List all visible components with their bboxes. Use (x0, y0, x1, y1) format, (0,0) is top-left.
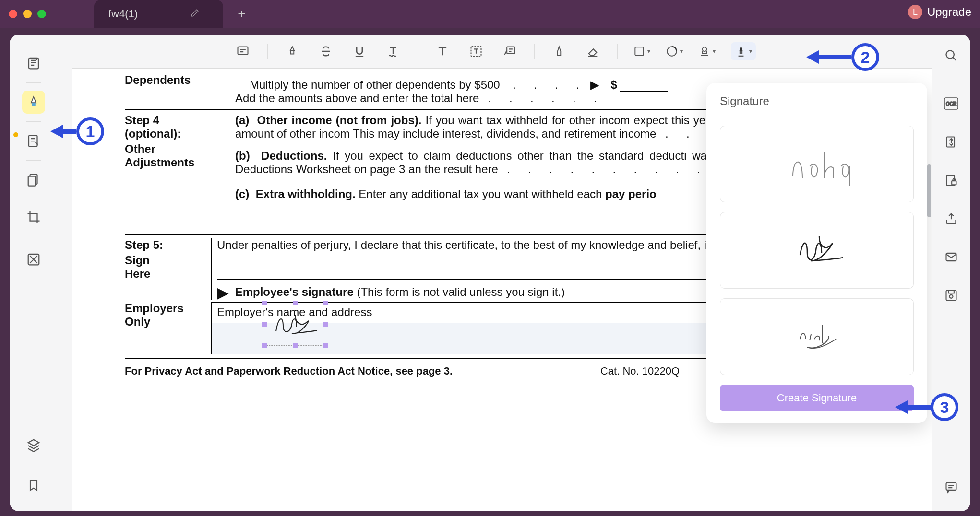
doc-text: Under penalties of perjury, I declare th… (217, 238, 712, 251)
separator (617, 44, 618, 59)
layers-button[interactable] (22, 434, 45, 457)
resize-handle[interactable] (323, 301, 328, 305)
doc-text: (a) (235, 114, 249, 127)
bookmark-button[interactable] (22, 474, 45, 497)
crop-mode-button[interactable] (22, 206, 45, 229)
stamp-tool-button[interactable]: ▾ (698, 45, 716, 58)
minimize-window-icon[interactable] (23, 10, 32, 18)
underline-tool-button[interactable] (350, 42, 369, 60)
create-signature-button[interactable]: Create Signature (720, 385, 914, 411)
chevron-down-icon: ▾ (647, 48, 650, 55)
resize-handle[interactable] (323, 322, 328, 327)
resize-handle[interactable] (293, 343, 298, 348)
doc-text: . . . . ▶ (513, 78, 602, 91)
svg-rect-9 (635, 47, 643, 55)
doc-text: Add the amounts above and enter the tota… (235, 92, 479, 105)
svg-rect-21 (948, 291, 954, 293)
resize-handle[interactable] (262, 322, 267, 327)
separator (26, 121, 41, 122)
titlebar: fw4(1) + L Upgrade (0, 0, 980, 28)
maximize-window-icon[interactable] (37, 10, 46, 18)
chevron-down-icon: ▾ (749, 48, 752, 55)
textbox-tool-button[interactable] (467, 42, 485, 60)
doc-text: Other income (not from jobs). (257, 114, 421, 127)
redact-mode-button[interactable] (22, 248, 45, 271)
signature-item[interactable] (720, 298, 914, 375)
new-tab-button[interactable]: + (238, 6, 245, 22)
pen-tool-button[interactable] (550, 42, 568, 60)
doc-text: Multiply the number of other dependents … (250, 78, 500, 91)
chevron-down-icon: ▾ (680, 48, 683, 55)
svg-rect-1 (32, 103, 36, 106)
doc-text: (b) (235, 149, 250, 162)
window-controls (9, 10, 46, 18)
svg-point-11 (703, 47, 707, 51)
resize-handle[interactable] (323, 343, 328, 348)
separator (26, 160, 41, 161)
upgrade-button[interactable]: Upgrade (927, 5, 971, 19)
doc-text: (This form is not valid unless you sign … (357, 285, 565, 298)
doc-text: Deductions. (261, 149, 327, 162)
annotate-mode-button[interactable] (22, 91, 45, 114)
close-window-icon[interactable] (9, 10, 17, 18)
signature-item[interactable] (720, 212, 914, 289)
svg-text:OCR: OCR (946, 101, 957, 106)
tab-document[interactable]: fw4(1) (94, 0, 223, 28)
strikethrough-tool-button[interactable] (317, 42, 335, 60)
active-indicator-icon (13, 132, 18, 137)
app-frame: ▾ ▾ ▾ ▾ Dependents Multiply (10, 35, 970, 511)
document-viewport[interactable]: Dependents Multiply the number of other … (72, 68, 932, 511)
resize-handle[interactable] (262, 343, 267, 348)
svg-rect-4 (28, 176, 36, 186)
convert-button[interactable] (942, 132, 961, 152)
resize-handle[interactable] (293, 301, 298, 305)
placed-signature[interactable] (264, 303, 326, 346)
measure-tool-button[interactable]: ▾ (666, 45, 683, 58)
svg-rect-19 (946, 291, 956, 301)
resize-handle[interactable] (262, 301, 267, 305)
eraser-tool-button[interactable] (584, 42, 602, 60)
shape-tool-button[interactable]: ▾ (633, 45, 650, 58)
share-button[interactable] (942, 209, 961, 228)
doc-text: $ (610, 78, 617, 91)
chevron-down-icon: ▾ (713, 48, 716, 55)
doc-text: (c) (235, 188, 249, 200)
signature-dropdown-panel: Signature Create Signature (706, 83, 927, 423)
separator (534, 44, 535, 59)
edit-mode-button[interactable] (22, 129, 45, 152)
section-label: Dependents (125, 73, 211, 92)
email-button[interactable] (942, 247, 961, 267)
squiggly-tool-button[interactable] (384, 42, 402, 60)
scrollbar-thumb[interactable] (927, 164, 931, 217)
section-label: Employers Only (125, 302, 211, 354)
save-button[interactable] (942, 286, 961, 305)
tab-title: fw4(1) (108, 8, 138, 20)
doc-text: pay perio (605, 188, 657, 200)
comments-panel-button[interactable] (942, 478, 961, 497)
separator (720, 117, 914, 117)
page-mode-button[interactable] (22, 168, 45, 191)
doc-text: Enter any additional tax you want withhe… (359, 188, 605, 200)
signature-tool-button[interactable]: ▾ (731, 42, 756, 60)
upgrade-area: L Upgrade (908, 5, 971, 19)
annotation-toolbar: ▾ ▾ ▾ ▾ (58, 35, 932, 68)
doc-text: Employee's signature (235, 285, 354, 298)
svg-rect-22 (946, 483, 956, 490)
security-button[interactable] (942, 171, 961, 190)
left-sidebar (10, 35, 58, 511)
ocr-button[interactable]: OCR (942, 94, 961, 113)
note-tool-button[interactable] (234, 42, 252, 60)
highlight-tool-button[interactable] (283, 42, 301, 60)
separator (267, 44, 268, 59)
reader-mode-button[interactable] (22, 52, 45, 75)
signature-item[interactable] (720, 126, 914, 202)
section-label: Step 5: Sign Here (125, 238, 211, 300)
avatar[interactable]: L (908, 5, 922, 19)
callout-tool-button[interactable] (501, 42, 519, 60)
search-button[interactable] (942, 46, 961, 65)
rename-tab-icon[interactable] (191, 9, 199, 20)
text-tool-button[interactable] (433, 42, 452, 60)
svg-rect-8 (507, 47, 514, 53)
separator (418, 44, 418, 59)
right-sidebar: OCR (932, 35, 970, 511)
